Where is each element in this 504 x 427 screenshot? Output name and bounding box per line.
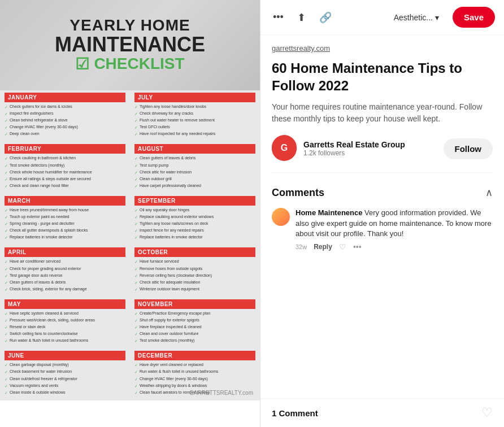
list-item: ✓ Reverse ceiling fans (clockwise direct… [134, 272, 255, 279]
pin-header: YEARLY HOME MAINTENANCE ☑ CHECKLIST GARR… [0, 0, 260, 90]
month-section: NOVEMBER ✓ Create/Practice Emergency esc… [130, 297, 260, 348]
list-item: ✓ Run water & flush toilet in unused bat… [134, 368, 255, 375]
month-header: MAY [5, 299, 125, 309]
list-item: ✓ Change HVAC filter (every 30-60 days) [134, 376, 255, 382]
check-icon: ✓ [5, 235, 8, 240]
bottom-bar: 1 Comment ♡ [260, 398, 504, 427]
list-item: ✓ Ensure all railings & steps outside ar… [5, 176, 125, 182]
list-item: ✓ Have carpet professionally cleaned [134, 182, 255, 189]
board-selector-button[interactable]: Aesthetic... ▾ [387, 10, 446, 25]
check-icon: ✓ [134, 132, 138, 137]
check-icon: ✓ [134, 163, 138, 168]
month-items: ✓ Have air conditioner serviced ✓ Check … [5, 258, 125, 294]
check-icon: ✓ [5, 163, 8, 168]
check-icon: ✓ [5, 215, 8, 220]
month-section: FEBRUARY ✓ Check caulking in bathroom & … [0, 142, 130, 193]
month-items: ✓ Oil any squeaky door hinges ✓ Replace … [134, 207, 255, 243]
list-item: ✓ Replace caulking around exterior windo… [134, 213, 255, 220]
heart-button[interactable]: ♡ [481, 406, 493, 420]
comment-like-button[interactable]: ♡ [339, 242, 346, 251]
content-area: garrettsrealty.com 60 Home Maintenance T… [260, 35, 504, 398]
check-icon: ✓ [5, 156, 8, 161]
list-item: ✓ Check attic for water intrusion [134, 169, 255, 176]
comment-avatar [272, 208, 290, 226]
month-items: ✓ Have trees pruned/trimmed away from ho… [5, 207, 125, 243]
follow-button[interactable]: Follow [444, 138, 493, 159]
pin-header-line2: MAINTENANCE [55, 34, 205, 55]
list-item: ✓ Check driveway for any cracks [134, 110, 255, 117]
comments-header: Comments ∧ [272, 186, 493, 199]
month-section: AUGUST ✓ Clean gutters of leaves & debri… [130, 142, 260, 193]
check-icon: ✓ [134, 111, 138, 116]
check-icon: ✓ [134, 325, 138, 330]
list-item: ✓ Inspect fence for any needed repairs [134, 227, 255, 234]
check-icon: ✓ [5, 369, 8, 374]
check-icon: ✓ [134, 228, 138, 233]
check-icon: ✓ [5, 184, 8, 189]
check-icon: ✓ [134, 184, 138, 189]
list-item: ✓ Inspect fire extinguishers [5, 110, 125, 117]
list-item: ✓ Check for proper grading around exteri… [5, 265, 125, 272]
upload-button[interactable]: ⬆ [294, 8, 309, 27]
list-item: ✓ Test sump pump [134, 162, 255, 169]
list-item: ✓ Check all gutter downspouts & splash b… [5, 227, 125, 234]
check-icon: ✓ [134, 221, 138, 226]
list-item: ✓ Replace batteries in smoke detector [5, 234, 125, 241]
link-button[interactable]: 🔗 [316, 8, 335, 27]
upload-icon: ⬆ [297, 11, 306, 24]
list-item: ✓ Clean garbage disposal (monthly) [5, 361, 125, 368]
list-item: ✓ Clean gutters of leaves & debris [134, 155, 255, 162]
month-header: SEPTEMBER [134, 196, 255, 206]
month-section: JANUARY ✓ Check gutters for ice dams & i… [0, 90, 130, 142]
check-icon: ✓ [5, 177, 8, 182]
pin-brand: GARRETTSREALTY.com [189, 390, 253, 396]
check-icon: ✓ [134, 377, 138, 382]
check-icon: ✓ [134, 177, 138, 182]
check-icon: ✓ [5, 384, 8, 389]
check-icon: ✓ [5, 259, 8, 264]
creator-name: Garretts Real Estate Group [303, 140, 437, 149]
list-item: ✓ Check gutters for ice dams & icicles [5, 103, 125, 110]
check-icon: ✓ [5, 363, 8, 368]
list-item: ✓ Test garage door auto reverse [5, 272, 125, 279]
check-icon: ✓ [5, 390, 8, 395]
list-item: ✓ Have furnace serviced [134, 258, 255, 265]
list-item: ✓ Have air conditioner serviced [5, 258, 125, 265]
pin-header-line1: YEARLY HOME [69, 17, 190, 34]
list-item: ✓ Deep clean oven [5, 130, 125, 137]
pin-header-line3: ☑ CHECKLIST [75, 55, 184, 73]
creator-info: Garretts Real Estate Group 1.2k follower… [303, 140, 437, 157]
more-options-button[interactable]: ••• [270, 8, 287, 27]
check-icon: ✓ [5, 325, 8, 330]
list-item: ✓ Change HVAC filter (every 30-60 days) [5, 124, 125, 130]
month-header: DECEMBER [134, 351, 255, 360]
check-icon: ✓ [134, 384, 138, 389]
comment-time: 32w [296, 243, 307, 250]
month-items: ✓ Clean gutters of leaves & debris ✓ Tes… [134, 155, 255, 191]
list-item: ✓ Have septic system cleaned & serviced [5, 310, 125, 317]
list-item: ✓ Pressure wash/clean deck, siding, outd… [5, 317, 125, 324]
check-icon: ✓ [5, 208, 8, 213]
list-item: ✓ Clean gutters of leaves & debris [5, 279, 125, 286]
comment-more-button[interactable]: ••• [353, 242, 362, 251]
check-icon: ✓ [134, 215, 138, 220]
comment-actions: 32w Reply ♡ ••• [296, 242, 493, 251]
list-item: ✓ Test GFCl outlets [134, 124, 255, 130]
check-icon: ✓ [134, 363, 138, 368]
list-item: ✓ Touch up exterior paint as needed [5, 213, 125, 220]
save-button[interactable]: Save [453, 7, 495, 28]
pin-description: Your home requires routine maintenance y… [272, 101, 493, 125]
collapse-icon[interactable]: ∧ [485, 186, 493, 199]
list-item: ✓ Oil any squeaky door hinges [134, 207, 255, 213]
list-item: ✓ Reseal or stain deck [5, 324, 125, 330]
reply-button[interactable]: Reply [314, 243, 332, 251]
list-item: ✓ Check basement for water intrusion [5, 368, 125, 375]
link-icon: 🔗 [319, 11, 332, 24]
list-item: ✓ Clean and cover outdoor furniture [134, 330, 255, 337]
svg-text:G: G [281, 143, 288, 152]
source-link[interactable]: garrettsrealty.com [272, 44, 493, 53]
month-header: JULY [134, 93, 255, 102]
month-section: SEPTEMBER ✓ Oil any squeaky door hinges … [130, 194, 260, 245]
month-items: ✓ Have septic system cleaned & serviced … [5, 310, 125, 346]
month-header: OCTOBER [134, 247, 255, 257]
